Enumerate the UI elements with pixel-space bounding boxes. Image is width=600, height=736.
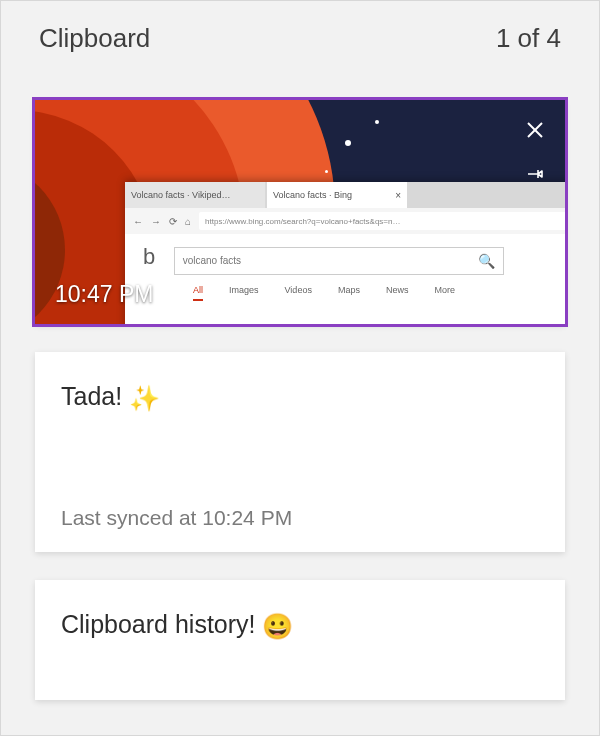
grin-emoji: 😀 [262,612,293,640]
home-icon: ⌂ [185,216,191,227]
thumbnail-result-tabs: All Images Videos Maps News More [143,285,565,301]
close-icon [526,121,544,139]
panel-title: Clipboard [39,23,150,54]
item-text-content: Tada! ✨ [61,382,539,466]
items-scroll-area[interactable]: Volcano facts · Vikiped… Volcano facts ·… [1,72,599,728]
sync-status: Last synced at 10:24 PM [61,506,539,530]
item-counter: 1 of 4 [496,23,561,54]
item-text-value: Clipboard history! [61,610,256,638]
bing-logo: b [143,244,155,270]
back-icon: ← [133,216,143,227]
sparkle-emoji: ✨ [129,384,160,412]
decorative-star [345,140,351,146]
clipboard-item-text[interactable]: Tada! ✨ Last synced at 10:24 PM [35,352,565,552]
close-icon: × [395,190,401,201]
thumbnail-browser-window: Volcano facts · Vikiped… Volcano facts ·… [125,182,565,324]
panel-header: Clipboard 1 of 4 [1,1,599,72]
search-icon: 🔍 [478,253,495,269]
thumbnail-search-box: volcano facts 🔍 [174,247,504,275]
decorative-star [375,120,379,124]
thumbnail-tab: Volcano facts · Vikiped… [125,182,265,208]
pin-item-button[interactable] [519,158,551,190]
thumbnail-page-content: b volcano facts 🔍 All Images Videos Maps… [125,234,565,311]
clipboard-image-thumbnail: Volcano facts · Vikiped… Volcano facts ·… [35,100,565,324]
item-timestamp: 10:47 PM [55,281,153,308]
item-text-value: Tada! [61,382,122,410]
decorative-star [325,170,328,173]
thumbnail-address-bar: ← → ⟳ ⌂ https://www.bing.com/search?q=vo… [125,208,565,234]
item-text-content: Clipboard history! 😀 [61,610,539,641]
delete-item-button[interactable] [519,114,551,146]
refresh-icon: ⟳ [169,216,177,227]
clipboard-item-text[interactable]: Clipboard history! 😀 [35,580,565,700]
thumbnail-tab-strip: Volcano facts · Vikiped… Volcano facts ·… [125,182,565,208]
thumbnail-search-text: volcano facts [183,255,241,266]
clipboard-item-image[interactable]: Volcano facts · Vikiped… Volcano facts ·… [35,100,565,324]
pin-icon [525,164,545,184]
clipboard-panel: Clipboard 1 of 4 Volcano facts · Vikiped… [0,0,600,736]
forward-icon: → [151,216,161,227]
thumbnail-url: https://www.bing.com/search?q=volcano+fa… [199,212,565,230]
thumbnail-tab: Volcano facts · Bing× [267,182,407,208]
